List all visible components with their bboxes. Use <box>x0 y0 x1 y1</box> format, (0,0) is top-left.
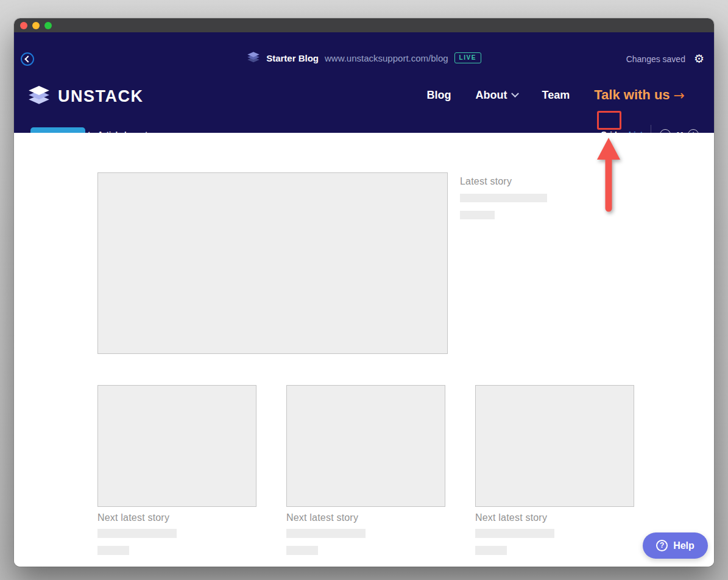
nav-about-label: About <box>476 89 507 102</box>
nav-team-label: Team <box>542 89 570 102</box>
story-label: Next latest story <box>475 512 547 523</box>
unstack-logo: UNSTACK <box>27 86 144 107</box>
nav-item-about[interactable]: About <box>476 89 518 102</box>
nav-blog-label: Blog <box>427 89 451 102</box>
help-button[interactable]: ? Help <box>643 532 708 559</box>
featured-story-label: Latest story <box>460 176 512 187</box>
app-window: Starter Blog www.unstacksupport.com/blog… <box>14 18 714 567</box>
settings-gear-icon[interactable]: ⚙ <box>694 53 704 65</box>
changes-saved-status: Changes saved <box>626 54 685 64</box>
minimize-window-button[interactable] <box>32 22 40 29</box>
active-tab-indicator <box>30 127 85 133</box>
logo-text: UNSTACK <box>58 87 144 106</box>
close-window-button[interactable] <box>20 22 27 29</box>
site-nav: Blog About Team Talk with us → <box>427 87 685 103</box>
page-preview: Latest story Next latest story Next late… <box>14 133 714 567</box>
story-text-placeholder-bar <box>286 529 366 538</box>
save-status-group: Changes saved ⚙ <box>626 53 704 65</box>
unstack-layers-icon <box>27 86 51 107</box>
story-text-placeholder-bar <box>97 546 129 555</box>
site-info: Starter Blog www.unstacksupport.com/blog… <box>14 52 714 64</box>
zoom-window-button[interactable] <box>44 22 52 29</box>
story-image-placeholder[interactable] <box>97 385 256 507</box>
arrow-right-icon: → <box>674 88 685 103</box>
story-label: Next latest story <box>286 512 358 523</box>
site-url-link[interactable]: www.unstacksupport.com/blog <box>325 53 448 63</box>
titlebar <box>14 18 714 32</box>
editor-header: Starter Blog www.unstacksupport.com/blog… <box>14 32 714 133</box>
layers-icon <box>247 52 260 64</box>
help-button-label: Help <box>673 540 694 551</box>
story-text-placeholder-bar <box>286 546 318 555</box>
nav-item-team[interactable]: Team <box>542 89 570 102</box>
story-image-placeholder[interactable] <box>286 385 445 507</box>
cta-label: Talk with us <box>594 87 670 103</box>
story-label: Next latest story <box>97 512 169 523</box>
site-name: Starter Blog <box>266 53 319 63</box>
live-status-badge: LIVE <box>454 52 481 63</box>
story-text-placeholder-bar <box>97 529 177 538</box>
featured-image-placeholder[interactable] <box>97 172 448 354</box>
featured-text-placeholder-bar <box>460 194 547 202</box>
question-mark-icon: ? <box>656 540 668 551</box>
story-text-placeholder-bar <box>475 546 507 555</box>
nav-item-talk-with-us[interactable]: Talk with us → <box>594 87 685 103</box>
chevron-down-icon <box>511 90 519 97</box>
story-image-placeholder[interactable] <box>475 385 634 507</box>
story-text-placeholder-bar <box>475 529 554 538</box>
featured-text-placeholder-bar <box>460 211 495 219</box>
nav-item-blog[interactable]: Blog <box>427 89 451 102</box>
